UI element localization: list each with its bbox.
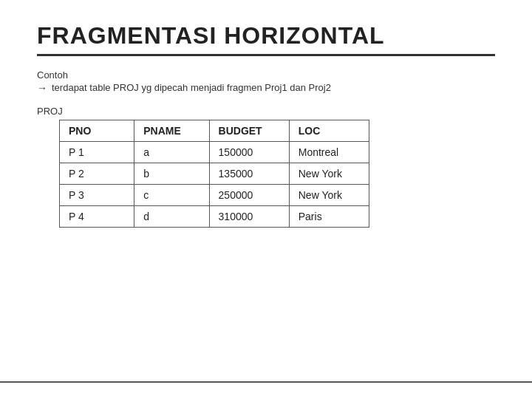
table-row: P 1a150000Montreal [60,142,369,163]
title-underline [37,54,495,56]
col-header-loc: LOC [289,120,369,142]
contoh-label: Contoh [37,69,495,81]
table-wrapper: PNO PNAME BUDGET LOC P 1a150000MontrealP… [59,120,495,228]
cell-r2-c1: c [134,185,209,206]
col-header-pno: PNO [60,120,134,142]
cell-r1-c3: New York [289,163,369,185]
cell-r1-c0: P 2 [60,163,134,185]
proj-table: PNO PNAME BUDGET LOC P 1a150000MontrealP… [59,120,369,228]
cell-r0-c0: P 1 [60,142,134,163]
contoh-section: Contoh → terdapat table PROJ yg dipecah … [37,69,495,94]
col-header-budget: BUDGET [209,120,289,142]
description-row: → terdapat table PROJ yg dipecah menjadi… [37,82,495,94]
page-title: FRAGMENTASI HORIZONTAL [37,22,495,50]
table-header-row: PNO PNAME BUDGET LOC [60,120,369,142]
cell-r3-c1: d [134,206,209,228]
description-text: terdapat table PROJ yg dipecah menjadi f… [52,82,331,93]
cell-r2-c2: 250000 [209,185,289,206]
cell-r3-c3: Paris [289,206,369,228]
table-row: P 2b135000New York [60,163,369,185]
arrow-icon: → [37,82,47,94]
page: FRAGMENTASI HORIZONTAL Contoh → terdapat… [0,0,532,399]
cell-r0-c2: 150000 [209,142,289,163]
cell-r0-c1: a [134,142,209,163]
cell-r3-c2: 310000 [209,206,289,228]
cell-r2-c0: P 3 [60,185,134,206]
table-row: P 3c250000New York [60,185,369,206]
cell-r1-c2: 135000 [209,163,289,185]
cell-r3-c0: P 4 [60,206,134,228]
cell-r1-c1: b [134,163,209,185]
table-body: P 1a150000MontrealP 2b135000New YorkP 3c… [60,142,369,228]
table-row: P 4d310000Paris [60,206,369,228]
bottom-line [0,381,532,383]
proj-label: PROJ [37,106,495,117]
col-header-pname: PNAME [134,120,209,142]
cell-r0-c3: Montreal [289,142,369,163]
cell-r2-c3: New York [289,185,369,206]
